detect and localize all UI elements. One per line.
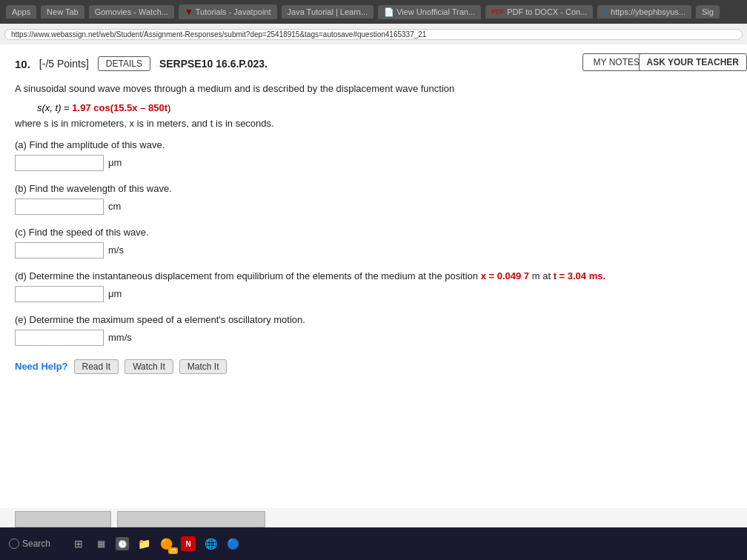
search-label: Search: [22, 539, 50, 549]
eq-lhs: s(x, t): [37, 102, 62, 113]
tab-apps[interactable]: Apps: [6, 5, 36, 19]
part-b-input-row: cm: [15, 199, 732, 215]
part-e-input[interactable]: [15, 330, 104, 346]
tab-unofficial[interactable]: 📄 View Unofficial Tran...: [378, 5, 481, 19]
url-input[interactable]: https://www.webassign.net/web/Student/As…: [4, 29, 743, 40]
where-text: where s is in micrometers, x is in meter…: [15, 118, 732, 129]
edge-icon[interactable]: 🌐: [203, 536, 218, 551]
taskbar-icons: ⊞ ▦ 🕒 📁 🟠 25 N 🌐 🔵: [71, 536, 240, 551]
points-label: [-/5 Points]: [39, 58, 89, 70]
taskbar-search[interactable]: Search: [9, 539, 50, 549]
eq-eq: =: [62, 102, 73, 113]
details-button[interactable]: DETAILS: [98, 56, 150, 71]
part-c-input-row: m/s: [15, 242, 732, 259]
tab-f[interactable]: F https://ybephbsyus...: [597, 5, 691, 19]
notification-badge: 25: [168, 547, 178, 554]
tab-java[interactable]: Java Tutorial | Learn...: [282, 5, 374, 19]
eq-trig: cos(15.5x –: [91, 102, 148, 113]
part-b-input[interactable]: [15, 199, 104, 215]
question-number: 10.: [15, 58, 30, 70]
part-d-t-val: t = 3.04 ms.: [554, 270, 605, 281]
tab-tutorials[interactable]: ▼ Tutorials - Javatpoint: [179, 4, 277, 19]
part-c-label: (c) Find the speed of this wave.: [15, 227, 732, 238]
part-c-unit: m/s: [108, 244, 124, 256]
part-d: (d) Determine the instantaneous displace…: [15, 270, 732, 302]
part-e-label: (e) Determine the maximum speed of a ele…: [15, 314, 732, 325]
eq-t: 850t: [148, 102, 167, 113]
part-a: (a) Find the amplitude of this wave. μm: [15, 139, 732, 171]
problem-description: A sinusoidal sound wave moves through a …: [15, 81, 732, 96]
clock-icon[interactable]: 🕒: [116, 537, 129, 550]
ask-teacher-button[interactable]: ASK YOUR TEACHER: [639, 53, 747, 71]
part-a-input-row: μm: [15, 155, 732, 171]
part-d-input[interactable]: [15, 286, 104, 302]
part-b-label: (b) Find the wavelength of this wave.: [15, 183, 732, 194]
bottom-input-2[interactable]: [117, 511, 265, 527]
read-it-button[interactable]: Read It: [74, 359, 119, 374]
browser-tabs: Apps New Tab Gomovies - Watch... ▼ Tutor…: [0, 0, 747, 24]
part-e-unit: mm/s: [108, 332, 132, 343]
bottom-input-1[interactable]: [15, 511, 111, 527]
problem-code: SERPSE10 16.6.P.023.: [159, 58, 268, 70]
need-help-section: Need Help? Read It Watch It Match It: [15, 359, 732, 374]
part-c-input[interactable]: [15, 242, 104, 259]
part-d-label: (d) Determine the instantaneous displace…: [15, 270, 732, 281]
bottom-inputs: [0, 511, 747, 527]
desktop-icon[interactable]: ▦: [93, 536, 108, 551]
folder-icon[interactable]: 📁: [136, 536, 151, 551]
part-a-unit: μm: [108, 157, 122, 168]
main-content: 10. [-/5 Points] DETAILS SERPSE10 16.6.P…: [0, 44, 747, 527]
part-e-input-row: mm/s: [15, 330, 732, 346]
eq-val: 1.97: [72, 102, 90, 113]
part-a-input[interactable]: [15, 155, 104, 171]
chrome-icon[interactable]: 🔵: [225, 536, 240, 551]
equation: s(x, t) = 1.97 cos(15.5x – 850t): [37, 102, 732, 113]
tab-gomovies[interactable]: Gomovies - Watch...: [89, 5, 174, 19]
tab-sig[interactable]: Sig: [696, 5, 720, 19]
search-circle-icon: [9, 539, 19, 549]
tab-newtab[interactable]: New Tab: [41, 5, 84, 19]
netflix-icon[interactable]: N: [181, 536, 196, 551]
part-a-label: (a) Find the amplitude of this wave.: [15, 139, 732, 150]
need-help-label: Need Help?: [15, 361, 68, 372]
match-it-button[interactable]: Match It: [179, 359, 228, 374]
part-d-x-val: x = 0.049 7: [481, 270, 529, 281]
taskbar: Search ⊞ ▦ 🕒 📁 🟠 25 N 🌐 🔵: [0, 527, 747, 560]
question-container: 10. [-/5 Points] DETAILS SERPSE10 16.6.P…: [0, 44, 747, 508]
part-d-unit: μm: [108, 288, 122, 299]
part-b: (b) Find the wavelength of this wave. cm: [15, 183, 732, 215]
notification-icon[interactable]: 🟠 25: [159, 536, 173, 551]
part-b-unit: cm: [108, 201, 121, 212]
watch-it-button[interactable]: Watch It: [124, 359, 173, 374]
url-bar: https://www.webassign.net/web/Student/As…: [0, 24, 747, 44]
part-c: (c) Find the speed of this wave. m/s: [15, 227, 732, 259]
part-d-input-row: μm: [15, 286, 732, 302]
windows-icon[interactable]: ⊞: [71, 536, 86, 551]
part-e: (e) Determine the maximum speed of a ele…: [15, 314, 732, 346]
eq-close: ): [167, 102, 170, 113]
tab-pdf[interactable]: PDF PDF to DOCX - Con...: [485, 5, 593, 19]
